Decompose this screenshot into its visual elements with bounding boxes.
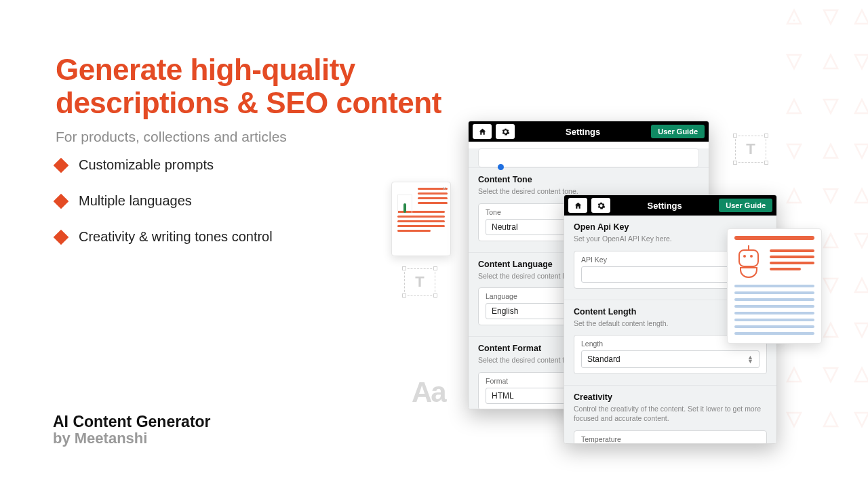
- length-value: Standard: [587, 354, 620, 364]
- bullet-item: Customizable prompts: [56, 157, 273, 173]
- settings-button[interactable]: [591, 198, 610, 213]
- bullet-item: Multiple languages: [56, 193, 273, 209]
- brand-block: AI Content Generator by Meetanshi: [53, 413, 211, 447]
- home-button[interactable]: [473, 124, 492, 139]
- plant-thumbnail-icon: [397, 195, 412, 214]
- bullet-text: Multiple languages: [79, 193, 192, 209]
- home-icon: [574, 201, 583, 210]
- feature-bullets: Customizable prompts Multiple languages …: [56, 157, 273, 245]
- titlebar: Settings User Guide: [564, 195, 776, 216]
- home-icon: [478, 127, 487, 136]
- stepper-icon: ▲▼: [747, 355, 753, 363]
- gear-icon: [501, 127, 510, 136]
- svg-point-0: [793, 20, 795, 22]
- gear-icon: [597, 201, 606, 210]
- temperature-label: Temperature: [581, 435, 760, 443]
- user-guide-button[interactable]: User Guide: [651, 125, 705, 138]
- length-select[interactable]: Standard ▲▼: [581, 350, 760, 368]
- window-title: Settings: [519, 127, 647, 137]
- diamond-icon: [54, 157, 69, 173]
- window-title: Settings: [614, 201, 715, 211]
- diamond-icon: [54, 193, 69, 209]
- bullet-text: Creativity & writing tones control: [79, 229, 273, 245]
- diamond-icon: [54, 229, 69, 245]
- temperature-field: Temperature: [574, 430, 767, 444]
- typography-icon: Aa: [412, 376, 446, 409]
- home-button[interactable]: [568, 198, 587, 213]
- bullet-item: Creativity & writing tones control: [56, 229, 273, 245]
- user-guide-button[interactable]: User Guide: [719, 199, 772, 212]
- section-title-creativity: Creativity: [574, 392, 767, 402]
- section-title-tone: Content Tone: [478, 175, 699, 184]
- brand-byline: by Meetanshi: [53, 430, 211, 447]
- robot-icon: [734, 248, 763, 278]
- close-icon: ×: [442, 185, 446, 192]
- text-frame-icon: T: [735, 136, 766, 163]
- section-desc-creativity: Control the creativity of the content. S…: [574, 405, 767, 423]
- text-frame-icon: T: [404, 268, 435, 296]
- settings-button[interactable]: [496, 124, 515, 139]
- subheadline: For products, collections and articles: [56, 129, 287, 145]
- brand-title: AI Content Generator: [53, 413, 211, 431]
- headline: Generate high-quality descriptions & SEO…: [56, 53, 490, 120]
- bullet-text: Customizable prompts: [79, 157, 214, 173]
- bot-document-thumbnail: [727, 228, 822, 344]
- titlebar: Settings User Guide: [469, 121, 709, 142]
- blank-panel: [478, 148, 699, 167]
- document-thumbnail: ×: [391, 182, 451, 256]
